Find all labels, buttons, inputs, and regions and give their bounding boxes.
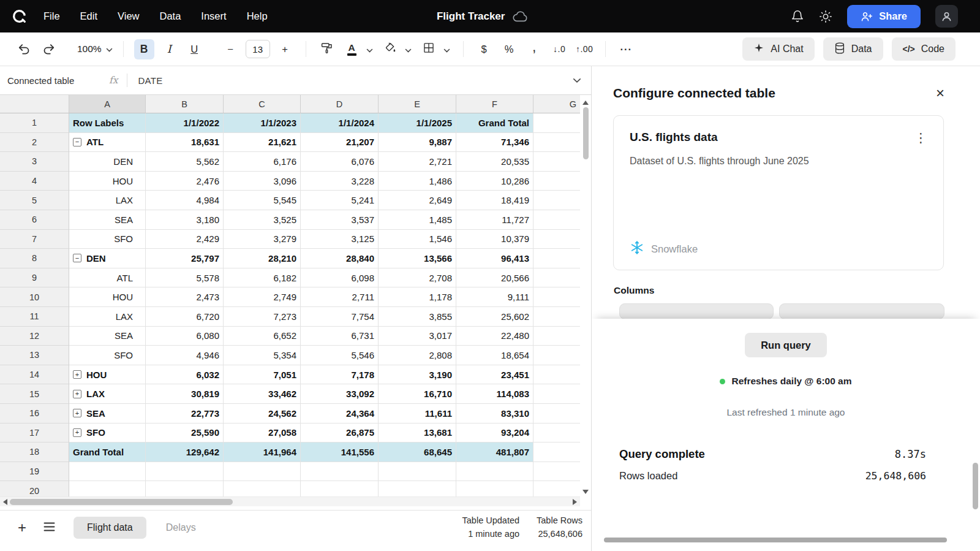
cell-G10[interactable] — [533, 287, 580, 307]
group-toggle[interactable]: + — [73, 428, 81, 437]
cell-C16[interactable]: 24,562 — [224, 404, 301, 424]
cell-B5[interactable]: 4,984 — [146, 191, 224, 210]
cell-B2[interactable]: 18,631 — [146, 133, 224, 153]
more-formats-button[interactable]: ··· — [616, 39, 636, 59]
cell-B8[interactable]: 25,797 — [146, 249, 224, 268]
cell-E5[interactable]: 2,649 — [379, 191, 456, 210]
increase-font-size-button[interactable]: + — [275, 39, 295, 59]
cell-C1[interactable]: 1/1/2023 — [224, 113, 301, 133]
cell-E2[interactable]: 9,887 — [379, 133, 456, 153]
cell-E19[interactable] — [379, 462, 456, 482]
cell-F7[interactable]: 10,379 — [456, 230, 533, 249]
scroll-down-arrow[interactable] — [582, 490, 589, 494]
cell-D10[interactable]: 2,711 — [301, 287, 379, 307]
cell-D1[interactable]: 1/1/2024 — [301, 113, 379, 133]
column-header-E[interactable]: E — [379, 95, 456, 113]
cell-B17[interactable]: 25,590 — [146, 424, 224, 443]
cell-A9[interactable]: ATL — [69, 268, 146, 288]
cell-F19[interactable] — [456, 462, 533, 482]
menu-help[interactable]: Help — [247, 10, 268, 22]
cell-F18[interactable]: 481,807 — [456, 443, 533, 462]
cell-C5[interactable]: 5,545 — [224, 191, 301, 210]
column-header-B[interactable]: B — [146, 95, 224, 113]
vertical-scroll-thumb[interactable] — [583, 107, 589, 159]
cell-A17[interactable]: +SFO — [69, 424, 146, 443]
cell-G19[interactable] — [533, 462, 580, 482]
column-header-D[interactable]: D — [301, 95, 379, 113]
cell-F8[interactable]: 96,413 — [456, 249, 533, 268]
cell-A2[interactable]: −ATL — [69, 133, 146, 153]
formula-value[interactable]: DATE — [138, 75, 162, 86]
close-panel-button[interactable]: × — [936, 86, 944, 101]
cell-D9[interactable]: 6,098 — [301, 268, 379, 288]
scroll-up-arrow[interactable] — [582, 101, 589, 105]
group-toggle[interactable]: + — [73, 370, 81, 379]
cell-F5[interactable]: 18,419 — [456, 191, 533, 210]
percent-format-button[interactable]: % — [499, 39, 519, 59]
theme-sun-icon[interactable] — [819, 10, 832, 23]
italic-button[interactable]: I — [159, 39, 179, 59]
cell-G3[interactable] — [533, 152, 580, 172]
cell-C2[interactable]: 21,621 — [224, 133, 301, 153]
notifications-bell-icon[interactable] — [791, 10, 804, 23]
cell-F11[interactable]: 25,602 — [456, 307, 533, 327]
cell-A15[interactable]: +LAX — [69, 384, 146, 404]
cell-D7[interactable]: 3,125 — [301, 230, 379, 249]
group-toggle[interactable]: + — [73, 390, 81, 398]
cell-B18[interactable]: 129,642 — [146, 443, 224, 462]
cell-C14[interactable]: 7,051 — [224, 365, 301, 385]
ai-chat-button[interactable]: AI Chat — [742, 37, 814, 61]
cell-F2[interactable]: 71,346 — [456, 133, 533, 153]
cell-E18[interactable]: 68,645 — [379, 443, 456, 462]
cell-D16[interactable]: 24,364 — [301, 404, 379, 424]
cell-B16[interactable]: 22,773 — [146, 404, 224, 424]
column-pill[interactable] — [619, 303, 774, 319]
text-color-button[interactable]: A — [342, 39, 362, 59]
app-logo-icon[interactable] — [11, 8, 28, 25]
row-header-4[interactable]: 4 — [0, 172, 69, 191]
menu-view[interactable]: View — [118, 10, 139, 22]
add-sheet-button[interactable]: + — [15, 520, 29, 535]
column-header-A[interactable]: A — [69, 95, 146, 113]
cell-F4[interactable]: 10,286 — [456, 172, 533, 191]
cell-D18[interactable]: 141,556 — [301, 443, 379, 462]
row-header-12[interactable]: 12 — [0, 327, 69, 346]
cell-C12[interactable]: 6,652 — [224, 327, 301, 346]
cell-G6[interactable] — [533, 210, 580, 230]
cell-F9[interactable]: 20,566 — [456, 268, 533, 288]
vertical-scrollbar[interactable] — [580, 95, 591, 496]
cell-G16[interactable] — [533, 404, 580, 424]
column-header-C[interactable]: C — [224, 95, 301, 113]
cell-E17[interactable]: 13,681 — [379, 424, 456, 443]
decrease-decimals-button[interactable]: ↓.0 — [549, 39, 570, 59]
zoom-select[interactable]: 100% — [77, 44, 113, 55]
cell-B12[interactable]: 6,080 — [146, 327, 224, 346]
row-header-15[interactable]: 15 — [0, 384, 69, 404]
row-header-18[interactable]: 18 — [0, 443, 69, 462]
row-header-14[interactable]: 14 — [0, 365, 69, 385]
cell-A16[interactable]: +SEA — [69, 404, 146, 424]
fill-color-dropdown[interactable] — [403, 39, 414, 59]
currency-format-button[interactable]: $ — [474, 39, 494, 59]
cell-E13[interactable]: 2,808 — [379, 346, 456, 365]
cell-E15[interactable]: 16,710 — [379, 384, 456, 404]
cell-C18[interactable]: 141,964 — [224, 443, 301, 462]
sheet-list-button[interactable] — [42, 522, 56, 533]
font-size-input[interactable]: 13 — [246, 40, 270, 58]
menu-data[interactable]: Data — [160, 10, 181, 22]
cell-B15[interactable]: 30,819 — [146, 384, 224, 404]
cell-E6[interactable]: 1,485 — [379, 210, 456, 230]
cell-A8[interactable]: −DEN — [69, 249, 146, 268]
cell-D11[interactable]: 7,754 — [301, 307, 379, 327]
row-header-19[interactable]: 19 — [0, 462, 69, 482]
scroll-left-arrow[interactable] — [3, 499, 7, 505]
format-paint-button[interactable] — [317, 39, 337, 59]
cell-A12[interactable]: SEA — [69, 327, 146, 346]
horizontal-scroll-thumb[interactable] — [10, 499, 233, 505]
row-header-11[interactable]: 11 — [0, 307, 69, 327]
cell-A6[interactable]: SEA — [69, 210, 146, 230]
cell-C13[interactable]: 5,354 — [224, 346, 301, 365]
cell-A10[interactable]: HOU — [69, 287, 146, 307]
row-header-10[interactable]: 10 — [0, 287, 69, 307]
cell-F10[interactable]: 9,111 — [456, 287, 533, 307]
